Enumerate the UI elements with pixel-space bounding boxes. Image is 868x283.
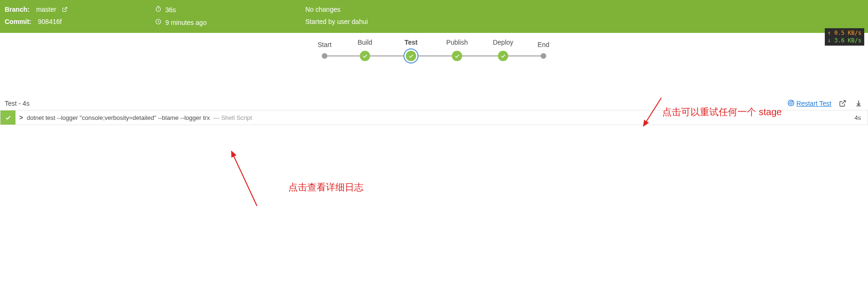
- pipeline-edge: [416, 55, 452, 56]
- stage-node-terminal[interactable]: [322, 53, 327, 59]
- svg-point-1: [156, 7, 160, 11]
- header-col-timing: 36s 9 minutes ago: [155, 6, 305, 26]
- age-value: 9 minutes ago: [165, 19, 207, 26]
- commit-label: Commit:: [5, 18, 31, 25]
- header-col-status: No changes Started by user dahui: [305, 6, 863, 26]
- step-type-hint: — Shell Script: [211, 114, 252, 121]
- changes-value: No changes: [305, 6, 341, 13]
- refresh-icon: [787, 99, 795, 108]
- changes-row: No changes: [305, 6, 863, 13]
- stage-label: End: [538, 41, 550, 48]
- stage-node-check[interactable]: [498, 51, 508, 61]
- stage-section-actions: Restart Test: [787, 99, 863, 108]
- pipeline-stage-end[interactable]: End: [541, 53, 546, 59]
- pipeline-graph: StartBuildTestPublishDeployEnd: [0, 33, 868, 99]
- pipeline-stage-test[interactable]: Test: [406, 51, 416, 61]
- clock-icon: [155, 18, 162, 26]
- pipeline-edge: [462, 55, 498, 56]
- started-row: Started by user dahui: [305, 18, 863, 25]
- svg-line-0: [64, 8, 67, 10]
- commit-row: Commit: 908416f: [5, 18, 155, 25]
- branch-value[interactable]: master: [36, 6, 56, 13]
- stage-node-check[interactable]: [360, 51, 370, 61]
- stage-label: Build: [357, 39, 372, 46]
- open-external-button[interactable]: [838, 99, 847, 108]
- pipeline-edge: [327, 55, 360, 56]
- stopwatch-icon: [155, 6, 162, 14]
- pipeline-track: StartBuildTestPublishDeployEnd: [322, 51, 546, 61]
- restart-stage-button[interactable]: Restart Test: [787, 99, 831, 108]
- branch-row: Branch: master: [5, 6, 155, 13]
- header-col-commit: Branch: master Commit: 908416f: [5, 6, 155, 26]
- stage-section-header: Test - 4s Restart Test: [0, 99, 868, 110]
- stage-label: Start: [318, 41, 332, 48]
- duration-row: 36s: [155, 6, 305, 14]
- branch-label: Branch:: [5, 6, 30, 13]
- pipeline-stage-deploy[interactable]: Deploy: [498, 51, 508, 61]
- age-row: 9 minutes ago: [155, 18, 305, 26]
- pipeline-edge: [370, 55, 406, 56]
- stage-label: Deploy: [493, 39, 513, 46]
- stage-label: Test: [404, 39, 418, 46]
- svg-line-8: [842, 101, 845, 104]
- pipeline-header: Branch: master Commit: 908416f 36s 9 min…: [0, 0, 868, 33]
- step-duration: 4s: [854, 114, 868, 121]
- step-command-text: dotnet test --logger "console;verbosity=…: [27, 114, 210, 121]
- external-link-icon[interactable]: [62, 7, 68, 12]
- pipeline-stage-publish[interactable]: Publish: [452, 51, 462, 61]
- started-value: Started by user dahui: [305, 18, 368, 25]
- stage-label: Publish: [446, 39, 468, 46]
- duration-value: 36s: [165, 6, 176, 14]
- pipeline-stage-build[interactable]: Build: [360, 51, 370, 61]
- step-status-indicator: [0, 110, 16, 125]
- restart-label: Restart Test: [797, 100, 831, 107]
- download-log-button[interactable]: [854, 99, 863, 108]
- pipeline-stage-start[interactable]: Start: [322, 53, 327, 59]
- stage-section-title: Test - 4s: [5, 100, 30, 107]
- pipeline-edge: [508, 55, 541, 56]
- step-command: dotnet test --logger "console;verbosity=…: [27, 114, 854, 121]
- stage-node-check[interactable]: [406, 51, 416, 61]
- step-row[interactable]: > dotnet test --logger "console;verbosit…: [0, 110, 868, 125]
- stage-node-terminal[interactable]: [541, 53, 546, 59]
- svg-point-7: [788, 100, 794, 106]
- chevron-right-icon[interactable]: >: [16, 114, 27, 121]
- commit-value[interactable]: 908416f: [38, 18, 62, 25]
- stage-node-check[interactable]: [452, 51, 462, 61]
